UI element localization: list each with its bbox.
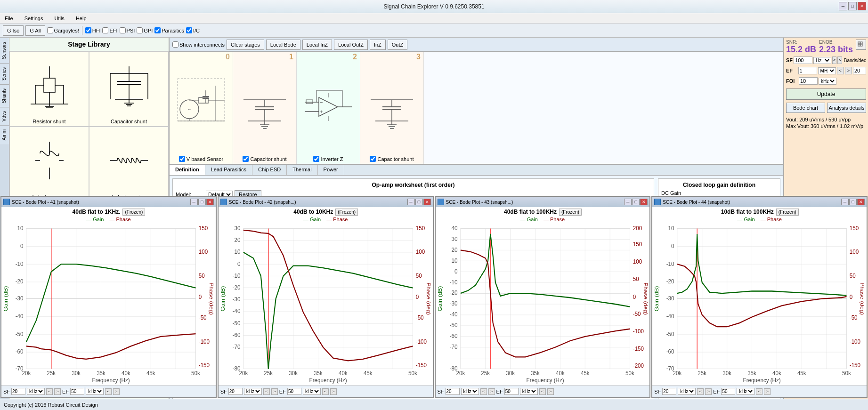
bode-sf-more-44[interactable]: > bbox=[705, 388, 712, 395]
bode-ef-input-43[interactable] bbox=[504, 388, 519, 395]
ef-input[interactable] bbox=[798, 67, 817, 74]
update-button[interactable]: Update bbox=[786, 88, 866, 100]
chain-stage-check-3[interactable] bbox=[370, 156, 376, 162]
clear-stages-button[interactable]: Clear stages bbox=[227, 40, 264, 50]
bode-maximize-42[interactable]: □ bbox=[415, 199, 423, 205]
bode-sf-unit-42[interactable]: kHz bbox=[244, 388, 262, 395]
bode-ef-unit-43[interactable]: kHz bbox=[520, 388, 538, 395]
tab-thermal[interactable]: Thermal bbox=[287, 165, 317, 175]
ef-unit-select[interactable]: MHzkHzHz bbox=[818, 67, 836, 74]
local-outz-button[interactable]: Local OutZ bbox=[334, 40, 368, 50]
bode-ef-less-44[interactable]: < bbox=[756, 388, 763, 395]
bode-ef-input-44[interactable] bbox=[721, 388, 735, 395]
bode-ef-more-44[interactable]: > bbox=[764, 388, 771, 395]
bode-sf-unit-41[interactable]: kHz bbox=[27, 388, 45, 395]
g-all-button[interactable]: G All bbox=[25, 25, 45, 36]
grid-icon[interactable] bbox=[856, 40, 866, 50]
stage-item-inductor-series-2[interactable]: Inductor series bbox=[89, 127, 169, 202]
minimize-button[interactable]: ─ bbox=[839, 2, 847, 10]
bode-ef-more-43[interactable]: > bbox=[547, 388, 554, 395]
bode-sf-input-41[interactable] bbox=[11, 388, 25, 395]
maximize-button[interactable]: □ bbox=[848, 2, 857, 10]
bode-sf-unit-44[interactable]: kHz bbox=[678, 388, 696, 395]
local-bode-button[interactable]: Local Bode bbox=[266, 40, 300, 50]
tab-power[interactable]: Power bbox=[318, 165, 344, 175]
bode-ef-less-42[interactable]: < bbox=[322, 388, 329, 395]
bode-ef-input-41[interactable] bbox=[70, 388, 84, 395]
inz-button[interactable]: InZ bbox=[370, 40, 386, 50]
ef-more-arrow[interactable]: > bbox=[845, 67, 852, 74]
hfi-checkbox[interactable] bbox=[85, 27, 91, 33]
bode-ef-unit-44[interactable]: kHz bbox=[737, 388, 754, 395]
chain-stage-2[interactable]: 2 − + bbox=[297, 52, 360, 164]
bode-close-44[interactable]: ✕ bbox=[857, 199, 865, 205]
bode-ef-more-42[interactable]: > bbox=[330, 388, 337, 395]
gargoyles-checkbox[interactable] bbox=[47, 27, 53, 33]
bode-sf-less-43[interactable]: < bbox=[480, 388, 487, 395]
bode-ef-less-43[interactable]: < bbox=[539, 388, 546, 395]
bode-sf-less-44[interactable]: < bbox=[697, 388, 704, 395]
bode-minimize-44[interactable]: ─ bbox=[841, 199, 849, 205]
analysis-details-button[interactable]: Analysis details bbox=[827, 103, 866, 113]
bode-maximize-43[interactable]: □ bbox=[632, 199, 640, 205]
bode-ef-unit-42[interactable]: kHz bbox=[303, 388, 321, 395]
tab-definition[interactable]: Definition bbox=[170, 165, 205, 175]
stage-item-inductor-series[interactable]: Inductor series bbox=[9, 127, 89, 202]
chain-stage-0[interactable]: 0 ~ bbox=[170, 52, 233, 164]
bode-sf-less-41[interactable]: < bbox=[46, 388, 53, 395]
sf-more-arrow[interactable]: > bbox=[837, 56, 842, 64]
psi-checkbox[interactable] bbox=[120, 27, 126, 33]
sf-unit-select[interactable]: HzkHzMHz bbox=[813, 57, 831, 64]
bode-sf-more-41[interactable]: > bbox=[54, 388, 61, 395]
tab-lead-parasitics[interactable]: Lead Parasitics bbox=[205, 165, 252, 175]
bode-ef-more-41[interactable]: > bbox=[113, 388, 120, 395]
chain-stage-check-2[interactable] bbox=[313, 156, 319, 162]
bode-ef-less-41[interactable]: < bbox=[105, 388, 112, 395]
ef-less-arrow[interactable]: < bbox=[837, 67, 844, 74]
ic-checkbox[interactable] bbox=[186, 27, 192, 33]
bode-close-42[interactable]: ✕ bbox=[423, 199, 431, 205]
show-interconnects-checkbox[interactable] bbox=[172, 41, 178, 48]
bode-sf-input-42[interactable] bbox=[228, 388, 243, 395]
parasitics-checkbox[interactable] bbox=[154, 27, 161, 33]
g-iso-button[interactable]: G Iso bbox=[3, 25, 24, 36]
bode-chart-button[interactable]: Bode chart bbox=[786, 103, 825, 113]
bode-sf-more-42[interactable]: > bbox=[271, 388, 278, 395]
chain-stage-1[interactable]: 1 bbox=[233, 52, 297, 164]
outz-button[interactable]: OutZ bbox=[388, 40, 407, 50]
sidebar-tab-sensors[interactable]: Sensors bbox=[0, 38, 9, 63]
bode-minimize-43[interactable]: ─ bbox=[624, 199, 632, 205]
menu-file[interactable]: File bbox=[2, 15, 16, 22]
bode-sf-more-43[interactable]: > bbox=[488, 388, 495, 395]
chain-stage-check-0[interactable] bbox=[179, 156, 185, 162]
bode-close-43[interactable]: ✕ bbox=[640, 199, 648, 205]
bode-sf-less-42[interactable]: < bbox=[263, 388, 270, 395]
local-inz-button[interactable]: Local InZ bbox=[302, 40, 332, 50]
sidebar-tab-amm[interactable]: Amm bbox=[0, 125, 9, 144]
bode-maximize-44[interactable]: □ bbox=[849, 199, 857, 205]
close-button[interactable]: ✕ bbox=[858, 2, 866, 10]
sidebar-tab-shunts[interactable]: Shunts bbox=[0, 84, 9, 107]
stage-item-resistor-shunt[interactable]: Resistor shunt bbox=[9, 51, 89, 127]
bode-sf-input-43[interactable] bbox=[446, 388, 460, 395]
ef-right-input[interactable] bbox=[853, 67, 866, 74]
sidebar-tab-series[interactable]: Series bbox=[0, 63, 9, 84]
bode-sf-unit-43[interactable]: kHz bbox=[461, 388, 479, 395]
bode-close-41[interactable]: ✕ bbox=[206, 199, 214, 205]
stage-item-capacitor-shunt[interactable]: Capacitor shunt bbox=[89, 51, 169, 127]
foi-unit-select[interactable]: kHzHzMHz bbox=[819, 78, 836, 85]
sf-input[interactable] bbox=[794, 56, 812, 64]
bode-minimize-41[interactable]: ─ bbox=[190, 199, 198, 205]
efi-checkbox[interactable] bbox=[102, 27, 108, 33]
bode-minimize-42[interactable]: ─ bbox=[407, 199, 415, 205]
chain-stage-3[interactable]: 3 bbox=[360, 52, 424, 164]
bode-ef-input-42[interactable] bbox=[287, 388, 301, 395]
menu-help[interactable]: Help bbox=[73, 15, 89, 22]
sf-less-arrow[interactable]: < bbox=[832, 56, 836, 64]
bode-sf-input-44[interactable] bbox=[662, 388, 676, 395]
foi-input[interactable] bbox=[799, 77, 818, 85]
tab-chip-esd[interactable]: Chip ESD bbox=[252, 165, 287, 175]
gpi-checkbox[interactable] bbox=[137, 27, 143, 33]
sidebar-tab-vdvs[interactable]: Vdvs bbox=[0, 107, 9, 125]
menu-settings[interactable]: Settings bbox=[22, 15, 46, 22]
